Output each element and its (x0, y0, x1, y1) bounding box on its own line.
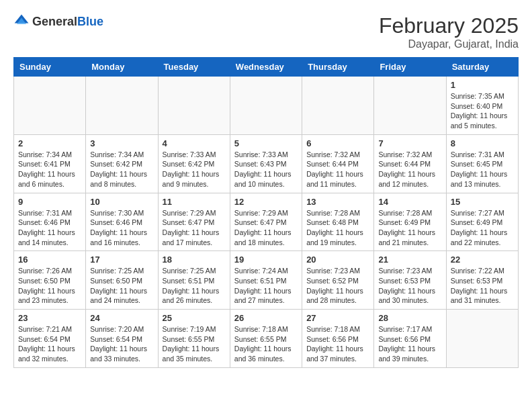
day-number: 14 (378, 197, 441, 207)
day-info: Sunrise: 7:32 AMSunset: 6:44 PMDaylight:… (378, 150, 441, 189)
calendar-day-cell: 20Sunrise: 7:23 AMSunset: 6:52 PMDayligh… (302, 251, 374, 310)
day-number: 6 (306, 138, 369, 148)
calendar-header-row: SundayMondayTuesdayWednesdayThursdayFrid… (14, 58, 519, 77)
title-block: February 2025 Dayapar, Gujarat, India (379, 13, 519, 50)
calendar-day-cell: 26Sunrise: 7:18 AMSunset: 6:55 PMDayligh… (230, 310, 302, 368)
day-info: Sunrise: 7:23 AMSunset: 6:52 PMDaylight:… (306, 266, 369, 306)
day-info: Sunrise: 7:20 AMSunset: 6:54 PMDaylight:… (90, 324, 153, 364)
day-number: 7 (378, 138, 441, 148)
day-of-week-header: Saturday (446, 58, 518, 77)
day-number: 9 (18, 197, 81, 207)
calendar-day-cell: 3Sunrise: 7:34 AMSunset: 6:42 PMDaylight… (86, 134, 158, 193)
calendar-day-cell: 23Sunrise: 7:21 AMSunset: 6:54 PMDayligh… (14, 310, 86, 368)
day-info: Sunrise: 7:24 AMSunset: 6:51 PMDaylight:… (234, 266, 298, 306)
day-info: Sunrise: 7:28 AMSunset: 6:48 PMDaylight:… (306, 208, 369, 248)
logo-blue: Blue (77, 15, 103, 28)
day-info: Sunrise: 7:25 AMSunset: 6:51 PMDaylight:… (163, 266, 226, 306)
day-of-week-header: Thursday (302, 58, 374, 77)
logo-icon (13, 13, 30, 30)
day-number: 1 (451, 80, 514, 90)
calendar-table: SundayMondayTuesdayWednesdayThursdayFrid… (13, 57, 519, 368)
day-number: 17 (90, 255, 153, 265)
day-info: Sunrise: 7:30 AMSunset: 6:46 PMDaylight:… (90, 208, 153, 248)
day-of-week-header: Monday (86, 58, 158, 77)
calendar-day-cell: 1Sunrise: 7:35 AMSunset: 6:40 PMDaylight… (446, 77, 518, 135)
day-number: 20 (306, 255, 369, 265)
calendar-day-cell: 12Sunrise: 7:29 AMSunset: 6:47 PMDayligh… (230, 193, 302, 251)
day-number: 10 (90, 197, 153, 207)
day-info: Sunrise: 7:26 AMSunset: 6:50 PMDaylight:… (18, 266, 81, 306)
calendar-day-cell: 10Sunrise: 7:30 AMSunset: 6:46 PMDayligh… (86, 193, 158, 251)
day-info: Sunrise: 7:29 AMSunset: 6:47 PMDaylight:… (163, 208, 226, 248)
calendar-day-cell (374, 77, 446, 135)
calendar-day-cell (86, 77, 158, 135)
calendar-day-cell: 8Sunrise: 7:31 AMSunset: 6:45 PMDaylight… (446, 134, 518, 193)
day-number: 22 (451, 255, 514, 265)
day-number: 27 (306, 313, 369, 323)
day-number: 26 (234, 313, 298, 323)
calendar-day-cell: 9Sunrise: 7:31 AMSunset: 6:46 PMDaylight… (14, 193, 86, 251)
calendar-day-cell: 4Sunrise: 7:33 AMSunset: 6:42 PMDaylight… (158, 134, 230, 193)
day-info: Sunrise: 7:22 AMSunset: 6:53 PMDaylight:… (451, 266, 514, 306)
day-of-week-header: Sunday (14, 58, 86, 77)
calendar-day-cell (302, 77, 374, 135)
calendar-day-cell: 14Sunrise: 7:28 AMSunset: 6:49 PMDayligh… (374, 193, 446, 251)
day-info: Sunrise: 7:29 AMSunset: 6:47 PMDaylight:… (234, 208, 298, 248)
calendar-day-cell: 27Sunrise: 7:18 AMSunset: 6:56 PMDayligh… (302, 310, 374, 368)
day-of-week-header: Friday (374, 58, 446, 77)
calendar-day-cell: 24Sunrise: 7:20 AMSunset: 6:54 PMDayligh… (86, 310, 158, 368)
calendar-day-cell: 17Sunrise: 7:25 AMSunset: 6:50 PMDayligh… (86, 251, 158, 310)
calendar-day-cell (446, 310, 518, 368)
calendar-day-cell: 28Sunrise: 7:17 AMSunset: 6:56 PMDayligh… (374, 310, 446, 368)
calendar-day-cell: 21Sunrise: 7:23 AMSunset: 6:53 PMDayligh… (374, 251, 446, 310)
day-info: Sunrise: 7:21 AMSunset: 6:54 PMDaylight:… (18, 324, 81, 364)
calendar-day-cell: 6Sunrise: 7:32 AMSunset: 6:44 PMDaylight… (302, 134, 374, 193)
calendar-week-row: 9Sunrise: 7:31 AMSunset: 6:46 PMDaylight… (14, 193, 519, 251)
day-info: Sunrise: 7:35 AMSunset: 6:40 PMDaylight:… (451, 91, 514, 131)
calendar-day-cell: 16Sunrise: 7:26 AMSunset: 6:50 PMDayligh… (14, 251, 86, 310)
day-info: Sunrise: 7:34 AMSunset: 6:41 PMDaylight:… (18, 150, 81, 189)
day-number: 23 (18, 313, 81, 323)
day-of-week-header: Tuesday (158, 58, 230, 77)
month-title: February 2025 (379, 13, 519, 38)
calendar-day-cell: 7Sunrise: 7:32 AMSunset: 6:44 PMDaylight… (374, 134, 446, 193)
day-number: 3 (90, 138, 153, 148)
day-number: 25 (163, 313, 226, 323)
day-info: Sunrise: 7:33 AMSunset: 6:43 PMDaylight:… (234, 150, 298, 189)
day-number: 4 (163, 138, 226, 148)
calendar-day-cell (158, 77, 230, 135)
calendar-day-cell: 25Sunrise: 7:19 AMSunset: 6:55 PMDayligh… (158, 310, 230, 368)
day-info: Sunrise: 7:25 AMSunset: 6:50 PMDaylight:… (90, 266, 153, 306)
day-info: Sunrise: 7:32 AMSunset: 6:44 PMDaylight:… (306, 150, 369, 189)
day-number: 18 (163, 255, 226, 265)
calendar-week-row: 1Sunrise: 7:35 AMSunset: 6:40 PMDaylight… (14, 77, 519, 135)
calendar-day-cell: 15Sunrise: 7:27 AMSunset: 6:49 PMDayligh… (446, 193, 518, 251)
calendar-day-cell: 5Sunrise: 7:33 AMSunset: 6:43 PMDaylight… (230, 134, 302, 193)
day-number: 16 (18, 255, 81, 265)
day-info: Sunrise: 7:28 AMSunset: 6:49 PMDaylight:… (378, 208, 441, 248)
day-info: Sunrise: 7:34 AMSunset: 6:42 PMDaylight:… (90, 150, 153, 189)
day-number: 8 (451, 138, 514, 148)
calendar-day-cell: 13Sunrise: 7:28 AMSunset: 6:48 PMDayligh… (302, 193, 374, 251)
day-number: 11 (163, 197, 226, 207)
calendar-day-cell (14, 77, 86, 135)
calendar-day-cell: 2Sunrise: 7:34 AMSunset: 6:41 PMDaylight… (14, 134, 86, 193)
calendar-day-cell: 22Sunrise: 7:22 AMSunset: 6:53 PMDayligh… (446, 251, 518, 310)
day-number: 2 (18, 138, 81, 148)
day-info: Sunrise: 7:33 AMSunset: 6:42 PMDaylight:… (163, 150, 226, 189)
day-info: Sunrise: 7:27 AMSunset: 6:49 PMDaylight:… (451, 208, 514, 248)
page-header: GeneralBlue February 2025 Dayapar, Gujar… (13, 13, 519, 50)
calendar-week-row: 2Sunrise: 7:34 AMSunset: 6:41 PMDaylight… (14, 134, 519, 193)
logo-general: General (32, 15, 77, 28)
calendar-day-cell (230, 77, 302, 135)
day-number: 15 (451, 197, 514, 207)
calendar-week-row: 23Sunrise: 7:21 AMSunset: 6:54 PMDayligh… (14, 310, 519, 368)
day-info: Sunrise: 7:19 AMSunset: 6:55 PMDaylight:… (163, 324, 226, 364)
day-info: Sunrise: 7:31 AMSunset: 6:46 PMDaylight:… (18, 208, 81, 248)
day-info: Sunrise: 7:17 AMSunset: 6:56 PMDaylight:… (378, 324, 441, 364)
day-info: Sunrise: 7:18 AMSunset: 6:56 PMDaylight:… (306, 324, 369, 364)
calendar-day-cell: 11Sunrise: 7:29 AMSunset: 6:47 PMDayligh… (158, 193, 230, 251)
day-info: Sunrise: 7:23 AMSunset: 6:53 PMDaylight:… (378, 266, 441, 306)
day-number: 12 (234, 197, 298, 207)
calendar-day-cell: 19Sunrise: 7:24 AMSunset: 6:51 PMDayligh… (230, 251, 302, 310)
